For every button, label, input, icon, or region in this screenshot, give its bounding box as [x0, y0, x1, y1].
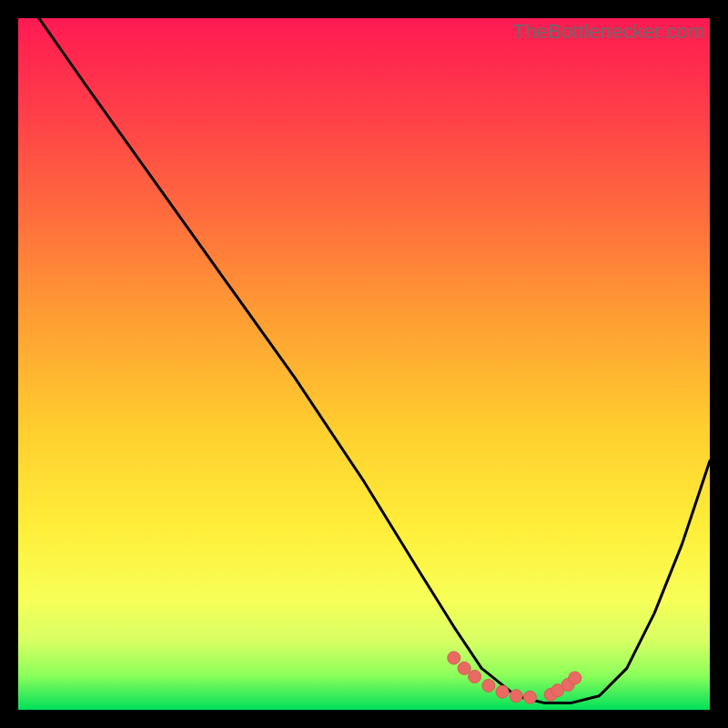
chart-frame: TheBottleneсker.com — [18, 18, 710, 710]
attribution-label: TheBottleneсker.com — [513, 20, 704, 44]
marker-dot — [510, 690, 522, 703]
marker-group — [448, 652, 581, 703]
marker-dot — [448, 652, 460, 664]
marker-dot — [458, 662, 470, 674]
bottleneck-curve — [39, 18, 710, 703]
chart-svg — [18, 18, 710, 710]
marker-dot — [482, 679, 495, 692]
marker-dot — [523, 691, 536, 703]
marker-dot — [496, 685, 509, 698]
marker-dot — [469, 671, 481, 683]
marker-dot — [569, 672, 581, 684]
